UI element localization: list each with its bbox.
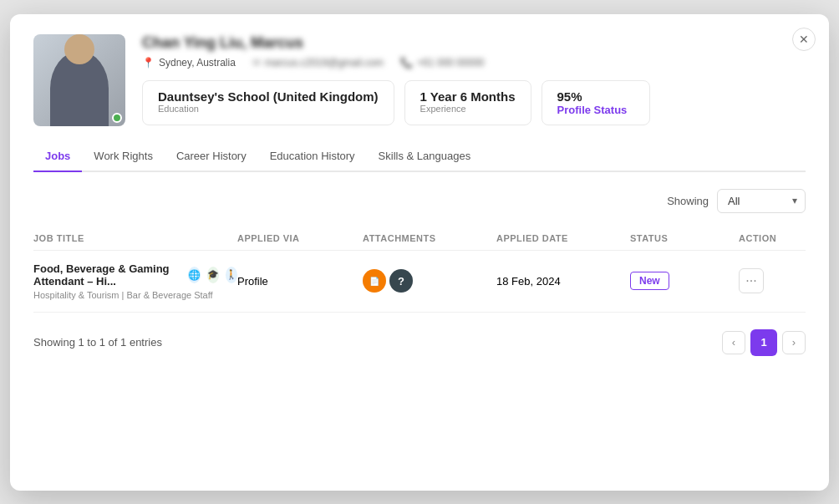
th-attachments: ATTACHMENTS — [363, 233, 496, 243]
th-action: ACTION — [739, 233, 806, 243]
showing-text: Showing 1 to 1 of 1 entries — [33, 336, 162, 349]
profile-modal: ✕ Chan Ying Liu, Marcus 📍 Sydney, Austra… — [10, 14, 829, 491]
globe-icon: 🌐 — [188, 267, 201, 283]
th-applied-date: APPLIED DATE — [496, 233, 630, 243]
tab-jobs[interactable]: Jobs — [33, 141, 82, 172]
job-subtitle: Hospitality & Tourism | Bar & Beverage S… — [33, 290, 237, 300]
filter-select[interactable]: All New Applied Shortlisted Rejected — [717, 189, 806, 213]
experience-stat: 1 Year 6 Months Experience — [404, 80, 531, 125]
table-header: JOB TITLE APPLIED VIA ATTACHMENTS APPLIE… — [33, 227, 806, 251]
profile-header: Chan Ying Liu, Marcus 📍 Sydney, Australi… — [33, 34, 806, 126]
status-cell: New — [630, 272, 739, 290]
filter-select-wrap[interactable]: All New Applied Shortlisted Rejected — [717, 189, 806, 213]
tab-skills-languages[interactable]: Skills & Languages — [367, 141, 483, 172]
phone-icon: 📞 — [400, 57, 413, 69]
attachment-icons: 📄 ? — [363, 269, 496, 293]
filter-showing-label: Showing — [667, 195, 709, 207]
profile-name: Chan Ying Liu, Marcus — [142, 34, 806, 52]
job-title-cell: Food, Beverage & Gaming Attendant – Hi..… — [33, 262, 237, 300]
table-row: Food, Beverage & Gaming Attendant – Hi..… — [33, 251, 806, 313]
applied-via-cell: Profile — [237, 275, 363, 288]
next-page-button[interactable]: › — [782, 331, 806, 354]
th-status: STATUS — [630, 233, 739, 243]
filter-row: Showing All New Applied Shortlisted Reje… — [33, 189, 806, 213]
prev-page-button[interactable]: ‹ — [722, 331, 745, 354]
action-button[interactable]: ··· — [739, 268, 764, 293]
avatar — [33, 34, 125, 126]
profile-status-stat: 95% Profile Status — [542, 80, 650, 125]
phone-item: 📞 +61 000 00000 — [400, 57, 484, 69]
stats-row: Dauntsey's School (United Kingdom) Educa… — [142, 80, 806, 125]
tab-work-rights[interactable]: Work Rights — [82, 141, 165, 172]
email-item: ✉ marcus.c2019@gmail.com — [252, 57, 384, 69]
page-controls: ‹ 1 › — [722, 329, 806, 356]
email-icon: ✉ — [252, 57, 261, 69]
th-applied-via: APPLIED VIA — [237, 233, 363, 243]
status-badge: New — [630, 272, 669, 290]
pagination: Showing 1 to 1 of 1 entries ‹ 1 › — [33, 329, 806, 356]
profile-info: Chan Ying Liu, Marcus 📍 Sydney, Australi… — [142, 34, 806, 125]
online-status-dot — [112, 113, 122, 123]
tabs-nav: Jobs Work Rights Career History Educatio… — [33, 141, 806, 172]
tab-education-history[interactable]: Education History — [258, 141, 367, 172]
location-icon: 📍 — [142, 57, 155, 69]
job-title-main: Food, Beverage & Gaming Attendant – Hi..… — [33, 262, 237, 288]
profile-meta: 📍 Sydney, Australia ✉ marcus.c2019@gmail… — [142, 57, 806, 69]
page-1-button[interactable]: 1 — [750, 329, 777, 356]
attachments-cell: 📄 ? — [363, 269, 496, 293]
graduation-icon: 🎓 — [207, 267, 219, 283]
school-stat: Dauntsey's School (United Kingdom) Educa… — [142, 80, 394, 125]
job-title-text: Food, Beverage & Gaming Attendant – Hi..… — [33, 262, 181, 288]
resume-icon: 📄 — [363, 269, 386, 293]
avatar-wrap — [33, 34, 125, 126]
location-item: 📍 Sydney, Australia — [142, 57, 236, 69]
person-icon: 🚶 — [226, 267, 237, 283]
action-cell: ··· — [739, 268, 806, 293]
unknown-attachment-icon: ? — [389, 269, 413, 293]
th-job-title: JOB TITLE — [33, 233, 237, 243]
applied-date-cell: 18 Feb, 2024 — [496, 275, 630, 288]
tab-career-history[interactable]: Career History — [165, 141, 258, 172]
